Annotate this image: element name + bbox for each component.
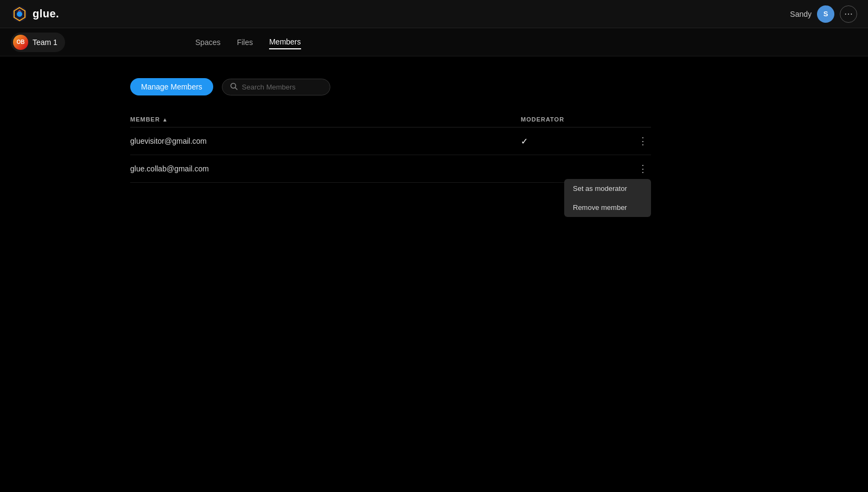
user-avatar[interactable]: S bbox=[817, 5, 834, 23]
top-bar-right: Sandy S ⋯ bbox=[790, 5, 857, 23]
tab-files[interactable]: Files bbox=[237, 36, 253, 49]
row-actions: ⋮ bbox=[629, 135, 651, 147]
table-header: MEMBER ▲ MODERATOR bbox=[130, 112, 651, 127]
user-name-label: Sandy bbox=[790, 10, 812, 18]
member-email: gluevisitor@gmail.com bbox=[130, 137, 521, 145]
context-menu: Set as moderator Remove member bbox=[564, 179, 651, 217]
row-menu-button[interactable]: ⋮ bbox=[635, 135, 651, 147]
set-moderator-item[interactable]: Set as moderator bbox=[564, 179, 651, 198]
tab-spaces[interactable]: Spaces bbox=[195, 36, 221, 49]
logo-text: glue. bbox=[33, 8, 59, 20]
manage-members-button[interactable]: Manage Members bbox=[130, 78, 213, 95]
tab-members[interactable]: Members bbox=[269, 35, 301, 49]
svg-line-5 bbox=[235, 87, 237, 90]
more-options-button[interactable]: ⋯ bbox=[840, 5, 857, 23]
nav-tabs: Spaces Files Members bbox=[195, 35, 301, 49]
member-email: glue.collab@gmail.com bbox=[130, 164, 521, 173]
team-name-label: Team 1 bbox=[33, 38, 58, 47]
column-header-moderator: MODERATOR bbox=[521, 116, 629, 123]
team-badge[interactable]: OB Team 1 bbox=[11, 33, 65, 52]
members-table: MEMBER ▲ MODERATOR gluevisitor@gmail.com… bbox=[130, 112, 651, 183]
team-avatar: OB bbox=[13, 35, 28, 50]
top-bar: glue. Sandy S ⋯ bbox=[0, 0, 868, 28]
table-row: gluevisitor@gmail.com ✓ ⋮ bbox=[130, 127, 651, 155]
secondary-nav: OB Team 1 Spaces Files Members bbox=[0, 28, 868, 56]
search-box bbox=[222, 79, 330, 95]
svg-point-2 bbox=[17, 11, 22, 17]
sort-arrow-icon: ▲ bbox=[162, 117, 168, 123]
moderator-check-icon: ✓ bbox=[521, 136, 629, 146]
table-row: glue.collab@gmail.com ⋮ Set as moderator… bbox=[130, 155, 651, 183]
logo-area: glue. bbox=[11, 5, 59, 23]
main-content: Manage Members MEMBER ▲ MODERATOR bbox=[0, 56, 868, 205]
toolbar: Manage Members bbox=[130, 78, 738, 95]
row-actions: ⋮ Set as moderator Remove member bbox=[629, 163, 651, 175]
column-header-member[interactable]: MEMBER ▲ bbox=[130, 116, 521, 123]
search-icon bbox=[230, 82, 238, 92]
row-menu-button[interactable]: ⋮ bbox=[635, 163, 651, 175]
glue-logo-icon bbox=[11, 5, 28, 23]
remove-member-item[interactable]: Remove member bbox=[564, 198, 651, 217]
search-input[interactable] bbox=[242, 83, 318, 91]
